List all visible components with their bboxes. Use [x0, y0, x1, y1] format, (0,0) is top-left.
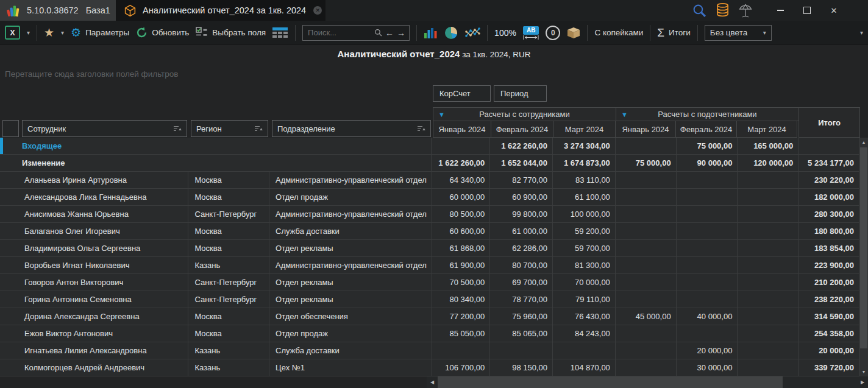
table-row[interactable]: Говоров Антон Викторович Санкт-Петербург…	[0, 274, 859, 291]
global-search-icon[interactable]	[688, 0, 711, 21]
cell-total[interactable]: 254 358,00	[799, 325, 859, 342]
filter-drop-zone[interactable]: Перетащите сюда заголовки полей фильтров	[0, 65, 868, 83]
cell-value[interactable]: 85 050,00	[432, 325, 491, 342]
column-width-button[interactable]: AB	[523, 26, 539, 40]
cell-value[interactable]	[616, 342, 677, 359]
pivot-field-korschet[interactable]: КорСчет	[433, 85, 491, 102]
cell-employee[interactable]: Колмогорцев Андрей Андреевич	[0, 359, 188, 376]
cell-value[interactable]: 60 600,00	[432, 223, 491, 239]
cell-region[interactable]: Москва	[188, 223, 269, 239]
cell-value[interactable]	[677, 189, 738, 205]
cell-value[interactable]	[432, 342, 491, 359]
cell-total[interactable]: 238 220,00	[799, 291, 859, 308]
cell-value[interactable]: 20 000,00	[677, 342, 738, 359]
cell-total[interactable]: 180 800,00	[799, 223, 859, 239]
cell-value[interactable]	[738, 189, 799, 205]
cell-value[interactable]	[616, 189, 677, 205]
cell-value[interactable]	[738, 342, 799, 359]
cell-value[interactable]	[616, 274, 677, 291]
cell-value[interactable]: 60 900,00	[490, 189, 553, 205]
cell-value[interactable]: 76 430,00	[553, 308, 616, 325]
cell-department[interactable]: Отдел продаж	[269, 325, 432, 342]
cell-value[interactable]	[616, 172, 677, 188]
table-row[interactable]: Ежов Виктор Антонович Москва Отдел прода…	[0, 325, 859, 342]
month-header[interactable]: Март 2024	[553, 121, 616, 138]
cell-value[interactable]: 79 110,00	[553, 291, 616, 308]
cell-value[interactable]: 75 000,00	[677, 138, 738, 154]
cell-value[interactable]: 75 960,00	[490, 308, 553, 325]
month-header[interactable]: Январь 2024	[615, 121, 676, 138]
cell-value[interactable]	[616, 240, 677, 256]
cell-employee[interactable]: Дорина Александра Сергеевна	[0, 308, 188, 325]
month-header[interactable]: Январь 2024	[433, 121, 491, 138]
zoom-level[interactable]: 100%	[494, 28, 516, 38]
cell-employee[interactable]: Балаганов Олег Игоревич	[0, 223, 188, 239]
cell-region[interactable]: Казань	[188, 359, 269, 376]
chevron-down-icon[interactable]: ▼	[621, 111, 628, 118]
vertical-scrollbar[interactable]: ▲ ▼	[859, 138, 868, 376]
cell-total[interactable]: 5 234 177,00	[799, 155, 859, 171]
cell-value[interactable]	[738, 274, 799, 291]
report-tab[interactable]: Аналитический отчет_2024 за 1кв. 2024 ✕	[116, 0, 326, 21]
cell-department[interactable]: Отдел продаж	[269, 189, 432, 205]
cell-region[interactable]: Москва	[188, 240, 269, 256]
table-row[interactable]: Балаганов Олег Игоревич Москва Служба до…	[0, 223, 859, 240]
cell-department[interactable]: Отдел рекламы	[269, 274, 432, 291]
table-row[interactable]: Горина Антонина Семеновна Санкт-Петербур…	[0, 291, 859, 308]
cell-value[interactable]	[616, 138, 677, 154]
cell-value[interactable]: 100 000,00	[553, 206, 616, 222]
cell-region[interactable]: Санкт-Петербург	[188, 274, 269, 291]
cell-department[interactable]: Административно-управленческий отдел	[269, 257, 432, 273]
totals-button[interactable]: Σ Итоги	[657, 26, 690, 40]
cell-value[interactable]: 106 700,00	[432, 359, 491, 376]
cell-employee[interactable]: Воробьев Игнат Николаевич	[0, 257, 188, 273]
cell-value[interactable]	[677, 274, 738, 291]
cell-employee[interactable]: Игнатьева Лилия Александровна	[0, 342, 188, 359]
cell-value[interactable]: 104 870,00	[553, 359, 616, 376]
cell-employee[interactable]: Аланьева Ирина Артуровна	[0, 172, 188, 188]
month-header[interactable]: Февраль 2024	[491, 121, 553, 138]
cell-region[interactable]: Москва	[188, 308, 269, 325]
column-group-employees[interactable]: ▼ Расчеты с сотрудниками	[433, 107, 616, 121]
cell-total[interactable]: 210 200,00	[799, 274, 859, 291]
cell-total[interactable]: 223 900,00	[799, 257, 859, 273]
package-button[interactable]	[567, 27, 580, 39]
cell-value[interactable]: 85 065,00	[490, 325, 553, 342]
cell-value[interactable]: 84 243,00	[553, 325, 616, 342]
cell-employee[interactable]: Говоров Антон Викторович	[0, 274, 188, 291]
cell-total[interactable]: 183 854,00	[799, 240, 859, 256]
favorites-button[interactable]: ★	[44, 27, 54, 38]
cell-value[interactable]: 1 622 260,00	[490, 138, 553, 154]
cell-value[interactable]: 59 700,00	[553, 240, 616, 256]
scroll-right-icon[interactable]: ▶	[857, 376, 868, 388]
cell-value[interactable]	[616, 257, 677, 273]
cell-value[interactable]: 81 300,00	[553, 257, 616, 273]
cell-value[interactable]: 61 900,00	[432, 257, 491, 273]
cell-value[interactable]: 64 340,00	[432, 172, 491, 188]
cell-value[interactable]: 77 200,00	[432, 308, 491, 325]
cell-value[interactable]: 83 110,00	[553, 172, 616, 188]
cell-total[interactable]: 182 000,00	[799, 189, 859, 205]
cell-value[interactable]: 40 000,00	[677, 308, 738, 325]
select-fields-button[interactable]: Выбрать поля	[196, 27, 266, 38]
cell-department[interactable]: Административно-управленческий отдел	[269, 206, 432, 222]
cell-value[interactable]: 80 700,00	[490, 257, 553, 273]
cell-value[interactable]: 1 674 873,00	[553, 155, 616, 171]
sort-icon[interactable]	[418, 125, 425, 132]
cell-total[interactable]: 314 590,00	[799, 308, 859, 325]
cell-value[interactable]	[738, 308, 799, 325]
cell-value[interactable]	[738, 257, 799, 273]
cell-department[interactable]: Отдел рекламы	[269, 240, 432, 256]
cell-value[interactable]	[738, 359, 799, 376]
table-row[interactable]: Анисимова Жанна Юрьевна Санкт-Петербург …	[0, 206, 859, 223]
hide-zeros-button[interactable]: 0	[546, 26, 560, 40]
cell-value[interactable]: 61 100,00	[553, 189, 616, 205]
employee-column-header[interactable]: Сотрудник	[22, 120, 187, 137]
cell-region[interactable]: Москва	[188, 172, 269, 188]
cell-value[interactable]: 70 000,00	[553, 274, 616, 291]
cell-value[interactable]	[738, 206, 799, 222]
pie-chart-button[interactable]	[444, 26, 458, 40]
cell-value[interactable]: 80 340,00	[432, 291, 491, 308]
table-row[interactable]: Владимирова Ольга Сергеевна Москва Отдел…	[0, 240, 859, 257]
cell-department[interactable]: Отдел обеспечения	[269, 308, 432, 325]
